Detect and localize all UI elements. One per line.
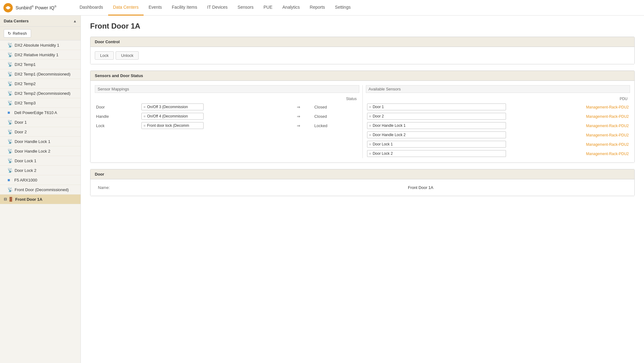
unlock-button[interactable]: Unlock	[116, 51, 139, 60]
pdu-link-dl2[interactable]: Management-Rack-PDU2	[586, 152, 629, 156]
sensor-mapping-row-door: Door ≡ On/Off 3 (Decommission ⇒	[95, 102, 359, 112]
sidebar-item-dx2-rel-humidity-1[interactable]: 📡 DX2 Relative Humidity 1	[0, 50, 80, 60]
sidebar-item-door-2[interactable]: 📡 Door 2	[0, 127, 80, 137]
sensor-icon: 📡	[7, 187, 13, 192]
sidebar-item-dell-poweredge[interactable]: ■ Dell PowerEdge T610 A	[0, 108, 80, 117]
avail-chip-cell-dl1: ≡ Door Lock 1	[366, 140, 508, 149]
sidebar-item-label: Front Door 1A	[15, 197, 42, 202]
sidebar-item-door-lock-1[interactable]: 📡 Door Lock 1	[0, 156, 80, 166]
refresh-button[interactable]: ↻ Refresh	[4, 29, 31, 38]
avail-chip-cell-door1: ≡ Door 1	[366, 102, 508, 112]
nav-dashboards[interactable]: Dashboards	[75, 0, 108, 16]
sensor-chip-lock[interactable]: ≡ Front door lock (Decomm	[141, 122, 204, 129]
door-control-panel: Door Control Lock Unlock	[90, 37, 635, 64]
sensor-icon: 📡	[7, 149, 13, 154]
avail-chip-hl1[interactable]: ≡ Door Handle Lock 1	[367, 122, 506, 129]
svg-point-1	[7, 6, 10, 9]
status-door: Closed	[313, 102, 359, 112]
page-title: Front Door 1A	[90, 22, 635, 30]
nav-facility-items[interactable]: Facility Items	[167, 0, 202, 16]
nav-it-devices[interactable]: IT Devices	[202, 0, 232, 16]
nav-sensors[interactable]: Sensors	[232, 0, 258, 16]
sidebar-item-dx2-temp2[interactable]: 📡 DX2 Temp2	[0, 79, 80, 89]
avail-chip-icon-dl1: ≡	[369, 142, 371, 146]
avail-chip-cell-hl1: ≡ Door Handle Lock 1	[366, 121, 508, 130]
sidebar-item-dx2-temp2-decom[interactable]: 📡 DX2 Temp2 (Decommissioned)	[0, 89, 80, 98]
sidebar-item-dx2-temp3[interactable]: 📡 DX2 Temp3	[0, 98, 80, 108]
sidebar-item-door-lock-2[interactable]: 📡 Door Lock 2	[0, 166, 80, 175]
avail-chip-hl2[interactable]: ≡ Door Handle Lock 2	[367, 131, 506, 138]
door-info-panel-body: Name: Front Door 1A	[90, 179, 634, 196]
pdu-link-hl1[interactable]: Management-Rack-PDU2	[586, 124, 629, 128]
sidebar-item-door-1[interactable]: 📡 Door 1	[0, 117, 80, 127]
pdu-link-door2[interactable]: Management-Rack-PDU2	[586, 114, 629, 119]
sidebar-title: Data Centers	[4, 19, 29, 23]
avail-chip-door1[interactable]: ≡ Door 1	[367, 103, 506, 110]
sensor-chip-cell-handle: ≡ On/Off 4 (Decommission	[140, 112, 296, 121]
sensor-icon: 📡	[7, 91, 13, 96]
sidebar-item-dx2-temp1[interactable]: 📡 DX2 Temp1	[0, 60, 80, 69]
refresh-label: Refresh	[13, 31, 27, 36]
sensor-chip-text-door: On/Off 3 (Decommission	[147, 105, 201, 109]
arrow-cell-lock: ⇒	[296, 121, 313, 130]
sidebar-item-dx2-temp1-decom[interactable]: 📡 DX2 Temp1 (Decommissioned)	[0, 69, 80, 79]
avail-chip-dl2[interactable]: ≡ Door Lock 2	[367, 150, 506, 157]
sensor-chip-handle[interactable]: ≡ On/Off 4 (Decommission	[141, 113, 204, 120]
sidebar-item-f5-arx1000[interactable]: ■ F5 ARX1000	[0, 175, 80, 185]
sidebar-item-label: DX2 Temp2	[15, 81, 36, 86]
sidebar-header: Data Centers ▲	[0, 16, 80, 27]
col-sensor	[140, 95, 296, 102]
sidebar-item-front-door-1a[interactable]: ⊟ 🚪 Front Door 1A	[0, 195, 80, 204]
sidebar-item-label: Door 1	[15, 120, 27, 125]
nav-reports[interactable]: Reports	[305, 0, 330, 16]
pdu-link-dl1[interactable]: Management-Rack-PDU2	[586, 142, 629, 147]
nav-pue[interactable]: PUE	[259, 0, 278, 16]
status-handle: Closed	[313, 112, 359, 121]
arrow-cell-handle: ⇒	[296, 112, 313, 121]
avail-row-dl1: ≡ Door Lock 1 Management-Rack-PDU2	[366, 140, 630, 149]
door-name-value: Front Door 1A	[405, 184, 630, 191]
door-name-label: Name:	[95, 184, 405, 191]
door-icon: 🚪	[8, 197, 13, 202]
col-status-header: Status	[313, 95, 359, 102]
available-sensors-title: Available Sensors	[366, 85, 630, 93]
main-content: Front Door 1A Door Control Lock Unlock S…	[81, 16, 644, 363]
door-control-panel-body: Lock Unlock	[90, 47, 634, 64]
pdu-link-hl2[interactable]: Management-Rack-PDU2	[586, 133, 629, 137]
sidebar-item-label: Door Lock 1	[15, 159, 36, 163]
avail-chip-door2[interactable]: ≡ Door 2	[367, 113, 506, 120]
sunbird-logo-icon	[3, 3, 13, 13]
sidebar-list[interactable]: 📡 DX2 Absolute Humidity 1 📡 DX2 Relative…	[0, 40, 80, 363]
sensor-icon: 📡	[7, 129, 13, 134]
mapping-arrow-icon-handle: ⇒	[297, 114, 300, 119]
sidebar-item-label: DX2 Relative Humidity 1	[15, 53, 58, 57]
sensor-chip-icon-lock: ≡	[144, 124, 145, 127]
arrow-cell-door: ⇒	[296, 102, 313, 112]
sidebar-item-label: Door Lock 2	[15, 168, 36, 173]
sidebar-item-front-door-decom[interactable]: 📡 Front Door (Decommissioned)	[0, 185, 80, 195]
avail-pdu-door1: Management-Rack-PDU2	[507, 102, 630, 112]
avail-chip-dl1[interactable]: ≡ Door Lock 1	[367, 141, 506, 148]
avail-pdu-hl1: Management-Rack-PDU2	[507, 121, 630, 130]
sensor-mapping-row-handle: Handle ≡ On/Off 4 (Decommission ⇒	[95, 112, 359, 121]
door-control-buttons: Lock Unlock	[95, 51, 630, 60]
nav-data-centers[interactable]: Data Centers	[108, 0, 144, 16]
nav-events[interactable]: Events	[144, 0, 167, 16]
avail-pdu-dl1: Management-Rack-PDU2	[507, 140, 630, 149]
sensor-mapping-row-lock: Lock ≡ Front door lock (Decomm ⇒	[95, 121, 359, 130]
sidebar-item-dx2-abs-humidity-1[interactable]: 📡 DX2 Absolute Humidity 1	[0, 40, 80, 50]
nav-settings[interactable]: Settings	[330, 0, 356, 16]
avail-label-hl2: Door Handle Lock 2	[373, 133, 406, 137]
sidebar-item-label: F5 ARX1000	[14, 178, 37, 182]
sidebar-collapse-button[interactable]: ▲	[73, 19, 77, 23]
sensor-icon: 📡	[7, 43, 13, 48]
sidebar-item-door-handle-lock-2[interactable]: 📡 Door Handle Lock 2	[0, 146, 80, 156]
nav-analytics[interactable]: Analytics	[278, 0, 305, 16]
lock-button[interactable]: Lock	[95, 51, 114, 60]
pdu-link-door1[interactable]: Management-Rack-PDU2	[586, 105, 629, 109]
sensor-chip-cell-lock: ≡ Front door lock (Decomm	[140, 121, 296, 130]
sidebar: Data Centers ▲ ↻ Refresh 📡 DX2 Absolute …	[0, 16, 81, 363]
sidebar-item-door-handle-lock-1[interactable]: 📡 Door Handle Lock 1	[0, 137, 80, 146]
sensor-chip-door[interactable]: ≡ On/Off 3 (Decommission	[141, 103, 204, 110]
avail-label-door2: Door 2	[373, 114, 384, 118]
